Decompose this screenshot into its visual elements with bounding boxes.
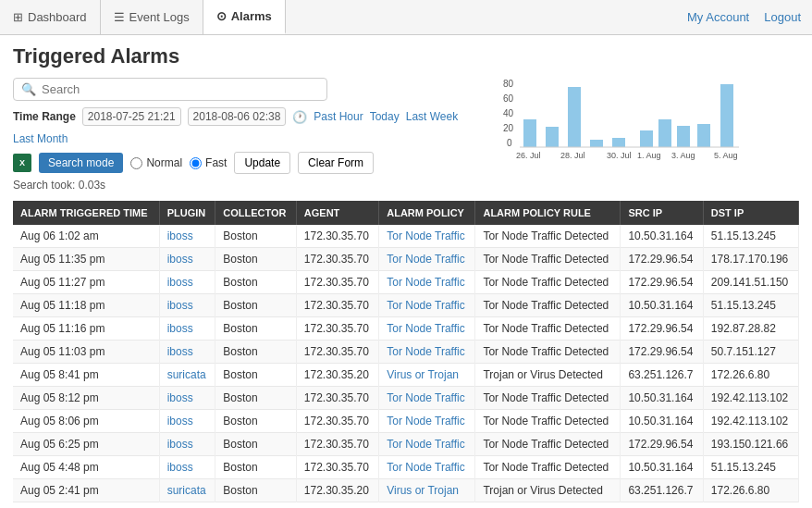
cell-alarm-policy[interactable]: Tor Node Traffic (379, 456, 475, 479)
cell-plugin-link[interactable]: iboss (167, 345, 193, 358)
cell-plugin-link[interactable]: iboss (167, 391, 193, 404)
cell-plugin[interactable]: suricata (159, 364, 215, 387)
cell-alarm-policy[interactable]: Virus or Trojan (379, 364, 475, 387)
cell-alarm-policy-link[interactable]: Tor Node Traffic (387, 345, 464, 358)
cell-alarm-policy[interactable]: Virus or Trojan (379, 479, 475, 502)
cell-alarm-policy-rule: Trojan or Virus Detected (475, 479, 621, 502)
cell-alarm-policy[interactable]: Tor Node Traffic (379, 387, 475, 410)
svg-rect-12 (677, 126, 690, 147)
cell-alarm-policy[interactable]: Tor Node Traffic (379, 271, 475, 294)
cell-dst-ip: 192.42.113.102 (703, 410, 798, 433)
dashboard-icon: ⊞ (13, 10, 23, 24)
svg-rect-10 (640, 130, 653, 147)
fast-radio-label[interactable]: Fast (190, 156, 227, 169)
svg-rect-11 (658, 119, 671, 147)
cell-alarm-policy-link[interactable]: Tor Node Traffic (387, 391, 464, 404)
cell-src-ip: 63.251.126.7 (621, 479, 703, 502)
nav-right: My Account Logout (676, 0, 812, 34)
cell-plugin[interactable]: iboss (159, 341, 215, 364)
search-mode-button[interactable]: Search mode (39, 153, 123, 173)
cell-dst-ip: 192.87.28.82 (703, 317, 798, 341)
cell-alarm-policy[interactable]: Tor Node Traffic (379, 317, 475, 341)
cell-plugin-link[interactable]: suricata (167, 484, 206, 497)
clear-form-button[interactable]: Clear Form (298, 152, 374, 174)
table-row: Aug 05 8:12 pmibossBoston172.30.35.70Tor… (13, 387, 799, 410)
cell-plugin[interactable]: iboss (159, 456, 215, 479)
cell-plugin-link[interactable]: iboss (167, 415, 193, 427)
cell-alarm-policy-link[interactable]: Virus or Trojan (387, 368, 459, 381)
fast-radio[interactable] (190, 157, 202, 169)
cell-plugin-link[interactable]: iboss (167, 253, 193, 266)
cell-alarm-policy-link[interactable]: Tor Node Traffic (387, 415, 464, 427)
cell-alarm-policy-link[interactable]: Tor Node Traffic (387, 322, 464, 335)
cell-src-ip: 172.29.96.54 (621, 433, 703, 456)
cell-agent: 172.30.35.70 (296, 294, 378, 317)
normal-radio-label[interactable]: Normal (130, 156, 182, 169)
logout-link[interactable]: Logout (764, 10, 801, 24)
search-time: Search took: 0.03s (13, 179, 492, 192)
cell-alarm-policy-link[interactable]: Tor Node Traffic (387, 229, 464, 242)
cell-alarm-policy-rule: Tor Node Traffic Detected (475, 271, 621, 294)
col-alarm-policy-rule: ALARM POLICY RULE (475, 201, 621, 225)
search-input[interactable] (42, 82, 319, 96)
nav-item-alarms[interactable]: ⊙ Alarms (203, 0, 286, 34)
nav-item-dashboard[interactable]: ⊞ Dashboard (0, 0, 101, 34)
cell-src-ip: 63.251.126.7 (621, 364, 703, 387)
cell-plugin[interactable]: iboss (159, 410, 215, 433)
time-start-value[interactable]: 2018-07-25 21:21 (82, 107, 181, 126)
normal-radio[interactable] (130, 157, 142, 169)
cell-collector: Boston (215, 248, 297, 271)
svg-rect-8 (590, 140, 603, 147)
cell-plugin[interactable]: iboss (159, 433, 215, 456)
cell-plugin[interactable]: iboss (159, 271, 215, 294)
cell-agent: 172.30.35.70 (296, 410, 378, 433)
cell-alarm-policy-link[interactable]: Tor Node Traffic (387, 461, 464, 474)
cell-src-ip: 172.29.96.54 (621, 271, 703, 294)
cell-dst-ip: 51.15.13.245 (703, 294, 798, 317)
table-row: Aug 05 8:06 pmibossBoston172.30.35.70Tor… (13, 410, 799, 433)
cell-alarm-policy-link[interactable]: Tor Node Traffic (387, 253, 464, 266)
cell-agent: 172.30.35.20 (296, 479, 378, 502)
cell-plugin-link[interactable]: iboss (167, 299, 193, 312)
chart-panel: 80 60 40 20 0 (503, 78, 799, 180)
cell-src-ip: 172.29.96.54 (621, 341, 703, 364)
svg-text:5. Aug: 5. Aug (714, 151, 738, 160)
cell-alarm-policy-link[interactable]: Tor Node Traffic (387, 438, 464, 451)
past-hour-link[interactable]: Past Hour (314, 110, 363, 123)
cell-alarm-policy-link[interactable]: Tor Node Traffic (387, 276, 464, 289)
cell-plugin[interactable]: suricata (159, 479, 215, 502)
my-account-link[interactable]: My Account (687, 10, 749, 24)
cell-plugin-link[interactable]: iboss (167, 461, 193, 474)
cell-plugin-link[interactable]: iboss (167, 322, 193, 335)
cell-alarm-policy-link[interactable]: Virus or Trojan (387, 484, 459, 497)
update-button[interactable]: Update (234, 152, 290, 174)
nav-item-event-logs[interactable]: ☰ Event Logs (101, 0, 203, 34)
cell-alarm-policy[interactable]: Tor Node Traffic (379, 410, 475, 433)
cell-plugin[interactable]: iboss (159, 387, 215, 410)
cell-collector: Boston (215, 225, 297, 248)
last-week-link[interactable]: Last Week (406, 110, 458, 123)
table-row: Aug 06 1:02 amibossBoston172.30.35.70Tor… (13, 225, 799, 248)
cell-plugin-link[interactable]: iboss (167, 276, 193, 289)
time-end-value[interactable]: 2018-08-06 02:38 (188, 107, 287, 126)
cell-alarm-policy[interactable]: Tor Node Traffic (379, 294, 475, 317)
last-month-link[interactable]: Last Month (13, 132, 68, 145)
cell-alarm-policy[interactable]: Tor Node Traffic (379, 433, 475, 456)
today-link[interactable]: Today (370, 110, 400, 123)
cell-alarm-policy-link[interactable]: Tor Node Traffic (387, 299, 464, 312)
svg-rect-9 (612, 138, 625, 147)
cell-plugin[interactable]: iboss (159, 248, 215, 271)
cell-plugin[interactable]: iboss (159, 294, 215, 317)
cell-alarm-policy[interactable]: Tor Node Traffic (379, 225, 475, 248)
cell-alarm-policy[interactable]: Tor Node Traffic (379, 341, 475, 364)
cell-plugin-link[interactable]: iboss (167, 229, 193, 242)
cell-plugin-link[interactable]: iboss (167, 438, 193, 451)
cell-plugin[interactable]: iboss (159, 225, 215, 248)
table-row: Aug 05 11:16 pmibossBoston172.30.35.70To… (13, 317, 799, 341)
cell-alarm-policy[interactable]: Tor Node Traffic (379, 248, 475, 271)
svg-text:0: 0 (507, 138, 512, 148)
cell-time: Aug 05 8:41 pm (13, 364, 159, 387)
cell-plugin-link[interactable]: suricata (167, 368, 206, 381)
svg-rect-7 (568, 87, 581, 147)
cell-plugin[interactable]: iboss (159, 317, 215, 341)
